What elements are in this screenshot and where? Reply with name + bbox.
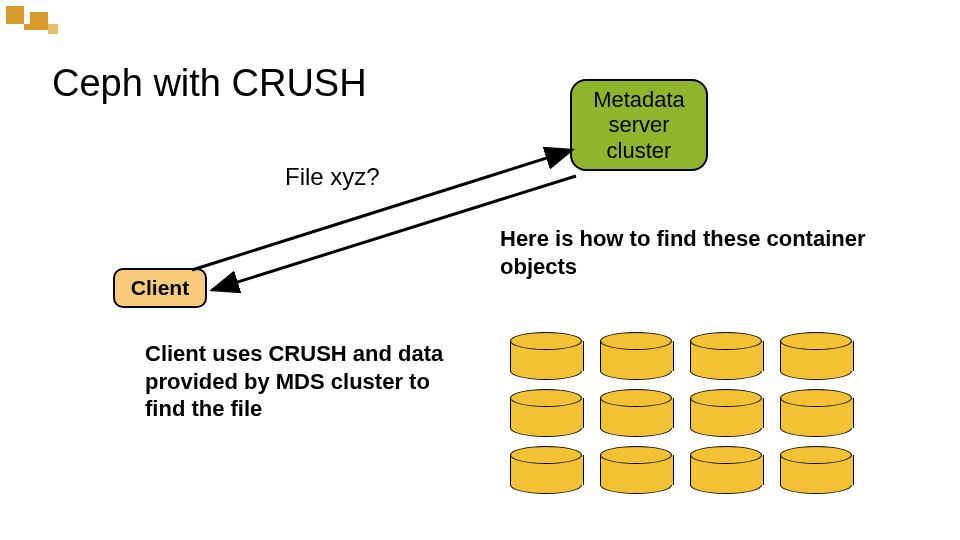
drum-row: [510, 332, 852, 380]
storage-drum: [600, 446, 672, 494]
mds-label-line-3: cluster: [572, 138, 706, 163]
object-storage-drums: [510, 332, 852, 503]
response-text: Here is how to find these container obje…: [500, 225, 900, 280]
storage-drum: [690, 332, 762, 380]
mds-label-line-1: Metadata: [572, 87, 706, 112]
storage-drum: [510, 446, 582, 494]
storage-drum: [600, 332, 672, 380]
storage-drum: [600, 389, 672, 437]
storage-drum: [780, 446, 852, 494]
storage-drum: [510, 389, 582, 437]
storage-drum: [780, 389, 852, 437]
storage-drum: [780, 332, 852, 380]
mds-label-line-2: server: [572, 112, 706, 137]
query-label: File xyz?: [285, 163, 380, 191]
storage-drum: [510, 332, 582, 380]
storage-drum: [690, 389, 762, 437]
client-uses-text: Client uses CRUSH and data provided by M…: [145, 340, 445, 423]
drum-row: [510, 389, 852, 437]
logo-motif: [6, 6, 66, 46]
metadata-server-cluster: Metadata server cluster: [570, 79, 708, 171]
drum-row: [510, 446, 852, 494]
storage-drum: [690, 446, 762, 494]
client-node: Client: [113, 268, 207, 308]
slide-title: Ceph with CRUSH: [52, 62, 367, 105]
